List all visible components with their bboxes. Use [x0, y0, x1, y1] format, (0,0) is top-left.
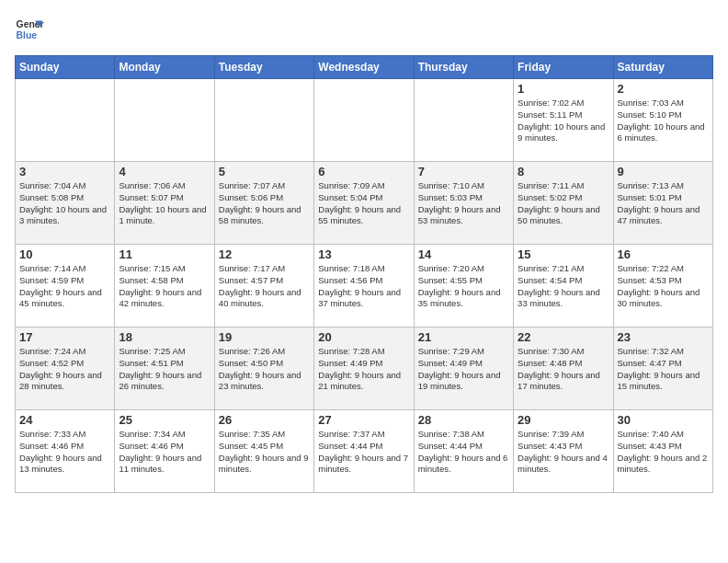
- calendar-cell: [314, 79, 414, 162]
- day-info: Sunrise: 7:14 AM Sunset: 4:59 PM Dayligh…: [19, 263, 110, 310]
- day-info: Sunrise: 7:33 AM Sunset: 4:46 PM Dayligh…: [19, 429, 110, 476]
- weekday-header-sunday: Sunday: [16, 56, 115, 79]
- calendar-week-row: 17Sunrise: 7:24 AM Sunset: 4:52 PM Dayli…: [16, 327, 713, 410]
- calendar-cell: 18Sunrise: 7:25 AM Sunset: 4:51 PM Dayli…: [115, 327, 214, 410]
- day-number: 16: [618, 247, 709, 261]
- calendar-header-row: SundayMondayTuesdayWednesdayThursdayFrid…: [16, 56, 713, 79]
- day-number: 23: [618, 330, 709, 344]
- day-info: Sunrise: 7:02 AM Sunset: 5:11 PM Dayligh…: [518, 98, 609, 144]
- day-info: Sunrise: 7:39 AM Sunset: 4:43 PM Dayligh…: [518, 429, 609, 476]
- weekday-header-friday: Friday: [514, 56, 613, 79]
- calendar-cell: 24Sunrise: 7:33 AM Sunset: 4:46 PM Dayli…: [16, 410, 115, 493]
- calendar-cell: 1Sunrise: 7:02 AM Sunset: 5:11 PM Daylig…: [514, 79, 613, 162]
- day-number: 8: [518, 165, 609, 178]
- calendar-cell: 29Sunrise: 7:39 AM Sunset: 4:43 PM Dayli…: [514, 410, 613, 493]
- day-info: Sunrise: 7:06 AM Sunset: 5:07 PM Dayligh…: [119, 180, 210, 227]
- day-number: 30: [618, 413, 709, 427]
- calendar-cell: 17Sunrise: 7:24 AM Sunset: 4:52 PM Dayli…: [16, 327, 115, 410]
- day-info: Sunrise: 7:34 AM Sunset: 4:46 PM Dayligh…: [119, 429, 210, 476]
- day-info: Sunrise: 7:37 AM Sunset: 4:44 PM Dayligh…: [318, 429, 409, 476]
- calendar-cell: 4Sunrise: 7:06 AM Sunset: 5:07 PM Daylig…: [115, 162, 214, 245]
- day-info: Sunrise: 7:35 AM Sunset: 4:45 PM Dayligh…: [219, 429, 310, 476]
- day-info: Sunrise: 7:13 AM Sunset: 5:01 PM Dayligh…: [618, 180, 709, 227]
- day-number: 10: [19, 247, 110, 261]
- day-info: Sunrise: 7:28 AM Sunset: 4:49 PM Dayligh…: [318, 346, 409, 393]
- calendar-cell: [214, 79, 313, 162]
- day-number: 11: [119, 247, 210, 261]
- day-info: Sunrise: 7:24 AM Sunset: 4:52 PM Dayligh…: [19, 346, 110, 393]
- day-info: Sunrise: 7:30 AM Sunset: 4:48 PM Dayligh…: [518, 346, 609, 393]
- calendar-cell: 28Sunrise: 7:38 AM Sunset: 4:44 PM Dayli…: [414, 410, 513, 493]
- calendar-table: SundayMondayTuesdayWednesdayThursdayFrid…: [15, 55, 713, 493]
- day-info: Sunrise: 7:21 AM Sunset: 4:54 PM Dayligh…: [518, 263, 609, 310]
- day-number: 21: [418, 330, 509, 344]
- calendar-cell: [414, 79, 513, 162]
- day-number: 3: [19, 165, 110, 178]
- day-number: 5: [219, 165, 310, 178]
- day-number: 27: [318, 413, 409, 427]
- calendar-cell: 14Sunrise: 7:20 AM Sunset: 4:55 PM Dayli…: [414, 245, 513, 327]
- day-info: Sunrise: 7:22 AM Sunset: 4:53 PM Dayligh…: [618, 263, 709, 310]
- day-number: 13: [318, 247, 409, 261]
- calendar-cell: 8Sunrise: 7:11 AM Sunset: 5:02 PM Daylig…: [514, 162, 613, 245]
- day-info: Sunrise: 7:09 AM Sunset: 5:04 PM Dayligh…: [318, 180, 409, 227]
- day-number: 18: [119, 330, 210, 344]
- calendar-cell: 19Sunrise: 7:26 AM Sunset: 4:50 PM Dayli…: [214, 327, 313, 410]
- calendar-cell: 23Sunrise: 7:32 AM Sunset: 4:47 PM Dayli…: [613, 327, 712, 410]
- weekday-header-monday: Monday: [115, 56, 214, 79]
- logo: General Blue: [15, 15, 44, 44]
- page-header: General Blue: [15, 15, 713, 44]
- calendar-cell: 22Sunrise: 7:30 AM Sunset: 4:48 PM Dayli…: [514, 327, 613, 410]
- day-number: 14: [418, 247, 509, 261]
- day-number: 26: [219, 413, 310, 427]
- day-number: 22: [518, 330, 609, 344]
- day-number: 29: [518, 413, 609, 427]
- calendar-cell: 15Sunrise: 7:21 AM Sunset: 4:54 PM Dayli…: [514, 245, 613, 327]
- weekday-header-saturday: Saturday: [613, 56, 712, 79]
- day-number: 19: [219, 330, 310, 344]
- calendar-week-row: 3Sunrise: 7:04 AM Sunset: 5:08 PM Daylig…: [16, 162, 713, 245]
- day-number: 25: [119, 413, 210, 427]
- day-number: 1: [518, 82, 609, 96]
- calendar-cell: 30Sunrise: 7:40 AM Sunset: 4:43 PM Dayli…: [613, 410, 712, 493]
- calendar-cell: 9Sunrise: 7:13 AM Sunset: 5:01 PM Daylig…: [613, 162, 712, 245]
- calendar-cell: 12Sunrise: 7:17 AM Sunset: 4:57 PM Dayli…: [214, 245, 313, 327]
- day-info: Sunrise: 7:03 AM Sunset: 5:10 PM Dayligh…: [618, 98, 709, 144]
- day-info: Sunrise: 7:26 AM Sunset: 4:50 PM Dayligh…: [219, 346, 310, 393]
- day-number: 2: [618, 82, 709, 96]
- day-info: Sunrise: 7:04 AM Sunset: 5:08 PM Dayligh…: [19, 180, 110, 227]
- calendar-week-row: 24Sunrise: 7:33 AM Sunset: 4:46 PM Dayli…: [16, 410, 713, 493]
- calendar-cell: 5Sunrise: 7:07 AM Sunset: 5:06 PM Daylig…: [214, 162, 313, 245]
- calendar-cell: 11Sunrise: 7:15 AM Sunset: 4:58 PM Dayli…: [115, 245, 214, 327]
- day-number: 15: [518, 247, 609, 261]
- svg-text:Blue: Blue: [17, 30, 38, 40]
- day-info: Sunrise: 7:29 AM Sunset: 4:49 PM Dayligh…: [418, 346, 509, 393]
- day-number: 4: [119, 165, 210, 178]
- day-info: Sunrise: 7:20 AM Sunset: 4:55 PM Dayligh…: [418, 263, 509, 310]
- day-info: Sunrise: 7:38 AM Sunset: 4:44 PM Dayligh…: [418, 429, 509, 476]
- day-number: 17: [19, 330, 110, 344]
- calendar-cell: 25Sunrise: 7:34 AM Sunset: 4:46 PM Dayli…: [115, 410, 214, 493]
- calendar-cell: [115, 79, 214, 162]
- calendar-cell: 10Sunrise: 7:14 AM Sunset: 4:59 PM Dayli…: [16, 245, 115, 327]
- logo-icon: General Blue: [15, 15, 44, 44]
- weekday-header-thursday: Thursday: [414, 56, 513, 79]
- weekday-header-wednesday: Wednesday: [314, 56, 414, 79]
- day-number: 6: [318, 165, 409, 178]
- day-info: Sunrise: 7:25 AM Sunset: 4:51 PM Dayligh…: [119, 346, 210, 393]
- day-number: 28: [418, 413, 509, 427]
- day-number: 12: [219, 247, 310, 261]
- day-number: 7: [418, 165, 509, 178]
- calendar-cell: 6Sunrise: 7:09 AM Sunset: 5:04 PM Daylig…: [314, 162, 414, 245]
- calendar-cell: 21Sunrise: 7:29 AM Sunset: 4:49 PM Dayli…: [414, 327, 513, 410]
- calendar-cell: 27Sunrise: 7:37 AM Sunset: 4:44 PM Dayli…: [314, 410, 414, 493]
- calendar-week-row: 1Sunrise: 7:02 AM Sunset: 5:11 PM Daylig…: [16, 79, 713, 162]
- calendar-cell: 7Sunrise: 7:10 AM Sunset: 5:03 PM Daylig…: [414, 162, 513, 245]
- calendar-cell: [16, 79, 115, 162]
- day-info: Sunrise: 7:07 AM Sunset: 5:06 PM Dayligh…: [219, 180, 310, 227]
- day-info: Sunrise: 7:15 AM Sunset: 4:58 PM Dayligh…: [119, 263, 210, 310]
- calendar-cell: 13Sunrise: 7:18 AM Sunset: 4:56 PM Dayli…: [314, 245, 414, 327]
- calendar-cell: 20Sunrise: 7:28 AM Sunset: 4:49 PM Dayli…: [314, 327, 414, 410]
- calendar-cell: 3Sunrise: 7:04 AM Sunset: 5:08 PM Daylig…: [16, 162, 115, 245]
- day-info: Sunrise: 7:11 AM Sunset: 5:02 PM Dayligh…: [518, 180, 609, 227]
